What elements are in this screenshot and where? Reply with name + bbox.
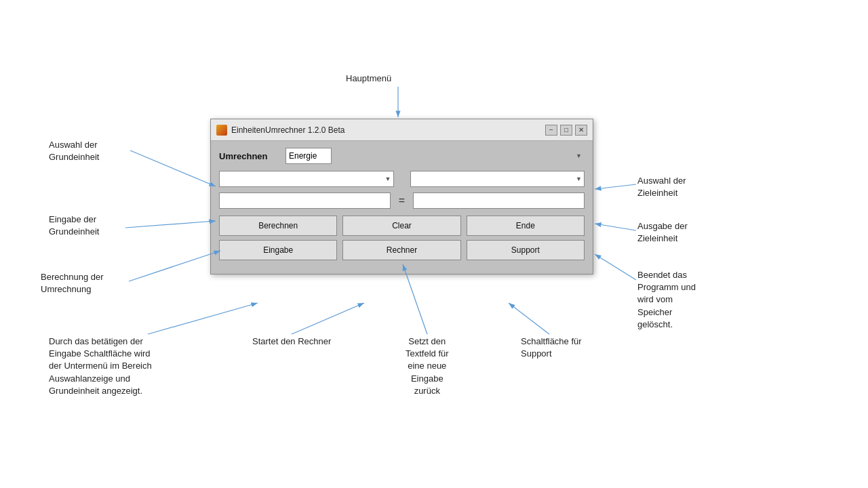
support-button[interactable]: Support [467, 240, 585, 260]
annotation-ausgabe-zieleinheit: Ausgabe derZieleinheit [637, 220, 688, 245]
annotation-support-desc: Schaltfläche fürSupport [521, 336, 582, 360]
equals-sign: = [396, 195, 408, 207]
category-select-wrapper: Energie [285, 148, 585, 164]
titlebar: EinheitenUmrechner 1.2.0 Beta − □ ✕ [211, 119, 593, 141]
target-unit-select[interactable] [410, 171, 585, 187]
annotation-ende-desc: Beendet dasProgramm undwird vomSpeicherg… [637, 269, 696, 331]
ende-button[interactable]: Ende [467, 216, 585, 236]
app-window: EinheitenUmrechner 1.2.0 Beta − □ ✕ Umre… [210, 119, 593, 274]
close-button[interactable]: ✕ [575, 125, 587, 136]
title-left: EinheitenUmrechner 1.2.0 Beta [216, 125, 344, 136]
annotation-auswahl-grundeinheit: Auswahl derGrundeinheit [49, 139, 99, 163]
output-field[interactable] [413, 192, 585, 209]
svg-line-7 [129, 251, 220, 281]
window-title: EinheitenUmrechner 1.2.0 Beta [231, 125, 344, 135]
minimize-button[interactable]: − [545, 125, 557, 136]
svg-line-8 [595, 254, 636, 280]
clear-button[interactable]: Clear [342, 216, 460, 236]
svg-line-12 [509, 303, 549, 334]
window-controls: − □ ✕ [545, 125, 587, 136]
umrechnen-row: Umrechnen Energie [219, 148, 585, 164]
button-row-2: Eingabe Rechner Support [219, 240, 585, 260]
svg-line-6 [595, 224, 636, 230]
maximize-button[interactable]: □ [560, 125, 572, 136]
annotation-hauptmenu: Hauptmenü [346, 73, 391, 85]
app-icon [216, 125, 227, 136]
svg-line-4 [595, 184, 636, 189]
annotation-eingabe-desc: Durch das betätigen derEingabe Schaltflä… [49, 336, 152, 397]
annotation-eingabe-grundeinheit: Eingabe derGrundeinheit [49, 214, 99, 238]
annotation-berechnung: Berechnung derUmrechnung [41, 271, 104, 296]
svg-line-9 [148, 303, 258, 334]
berechnen-button[interactable]: Berechnen [219, 216, 337, 236]
svg-line-10 [292, 303, 364, 334]
eingabe-button[interactable]: Eingabe [219, 240, 337, 260]
umrechnen-label: Umrechnen [219, 151, 280, 161]
io-row: = [219, 192, 585, 209]
annotation-clear-desc: Setzt denTextfeld füreine neueEingabezur… [406, 336, 449, 397]
annotation-auswahl-zieleinheit: Auswahl derZieleinheit [637, 175, 686, 199]
svg-line-3 [130, 150, 216, 186]
category-select[interactable]: Energie [285, 148, 332, 164]
target-unit-wrapper [410, 171, 585, 187]
input-field[interactable] [219, 192, 391, 209]
annotation-rechner-desc: Startet den Rechner [252, 336, 331, 348]
svg-line-5 [125, 221, 216, 228]
source-unit-select[interactable] [219, 171, 394, 187]
window-body: Umrechnen Energie [211, 141, 593, 274]
button-row-1: Berechnen Clear Ende [219, 216, 585, 236]
rechner-button[interactable]: Rechner [342, 240, 460, 260]
source-unit-wrapper [219, 171, 394, 187]
unit-selects-row [219, 171, 585, 187]
svg-line-11 [403, 264, 427, 334]
